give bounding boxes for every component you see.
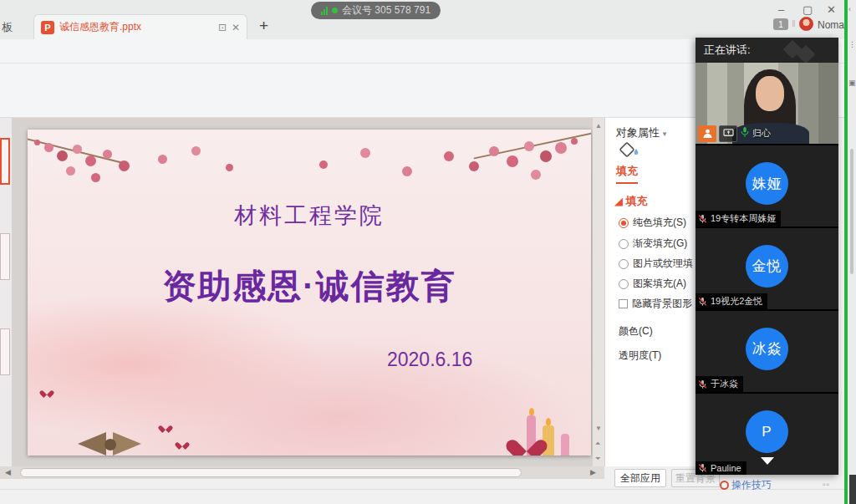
badge-divider: ‖ <box>792 18 796 28</box>
blossom-branch-left <box>28 138 121 164</box>
meeting-id-label: 会议号 305 578 791 <box>342 3 431 18</box>
transparency-label[interactable]: 透明度(T) <box>619 349 661 363</box>
show-more-participants-icon[interactable] <box>761 457 774 465</box>
blossoms-left <box>34 140 40 145</box>
participant-tile[interactable]: 金悦 19视光2金悦 <box>696 227 838 309</box>
scroll-left-icon[interactable]: ◀ <box>5 468 11 476</box>
participant-view-button[interactable] <box>698 125 716 142</box>
blossoms-right <box>571 138 578 145</box>
scroll-right-icon[interactable]: ▶ <box>590 468 596 476</box>
slide-canvas[interactable]: 材料工程学院 资助感恩·诚信教育 2020.6.16 <box>28 130 591 456</box>
participant-label: 于冰焱 <box>696 376 743 392</box>
tab-templates-partial[interactable]: 板 <box>2 20 13 35</box>
candles-decoration <box>501 380 576 456</box>
speaker-name: 归心 <box>752 127 771 140</box>
slide-thumbnail-3[interactable] <box>0 328 10 375</box>
bow-decoration <box>78 420 178 456</box>
window-tab-bar: 板 P 诚信感恩教育.pptx ⊡ ✕ + 会议号 305 578 791 – … <box>0 0 856 39</box>
screen-share-border <box>844 0 848 504</box>
blossom-branch-right <box>473 131 591 159</box>
mic-muted-icon <box>698 379 707 389</box>
clipboard-sidebar-icon[interactable]: ▣ <box>848 79 856 87</box>
color-label[interactable]: 颜色(C) <box>619 324 653 339</box>
wps-presentation-icon: P <box>41 21 54 34</box>
tips-icon <box>720 481 729 490</box>
picture-texture-fill-radio[interactable]: 图片或纹理填 <box>619 257 693 271</box>
participant-label: 19视光2金悦 <box>696 293 767 309</box>
taskbar-fragment <box>849 475 856 504</box>
maximize-button[interactable]: ▢ <box>802 3 813 16</box>
signal-bars-icon <box>321 7 328 15</box>
horizontal-scroll-thumb[interactable] <box>20 468 522 477</box>
apply-all-button[interactable]: 全部应用 <box>614 469 666 487</box>
document-tab[interactable]: P 诚信感恩教育.pptx ⊡ ✕ <box>33 14 247 39</box>
collapse-panel-chevron-icon[interactable]: ‹ <box>848 5 851 13</box>
hide-background-checkbox[interactable]: 隐藏背景图形 <box>619 297 692 311</box>
new-tab-button[interactable]: + <box>259 17 268 35</box>
slide-college-text[interactable]: 材料工程学院 <box>28 201 591 231</box>
slide-thumbnail-2[interactable] <box>0 233 10 280</box>
fill-section-header[interactable]: ◢ 填充 <box>614 194 648 209</box>
mic-muted-icon <box>698 463 707 473</box>
heart-decoration <box>514 431 539 454</box>
minimize-button[interactable]: – <box>778 3 784 16</box>
gradient-fill-radio[interactable]: 渐变填充(G) <box>619 237 687 251</box>
doc-count-badge[interactable]: 1 <box>773 18 788 30</box>
previous-slide-icon[interactable]: ⏶ <box>595 440 600 448</box>
slide-thumbnail-panel <box>0 118 12 466</box>
tips-link[interactable]: 操作技巧 <box>720 478 772 492</box>
close-tab-icon[interactable]: ✕ <box>232 22 240 33</box>
participant-tile[interactable]: 冰焱 于冰焱 <box>696 309 838 392</box>
present-mode-icon[interactable]: ⊡ <box>218 22 227 33</box>
fill-bucket-icon <box>619 140 640 160</box>
slide-date-text[interactable]: 2020.6.16 <box>387 349 472 371</box>
meeting-id-pill[interactable]: 会议号 305 578 791 <box>311 2 441 19</box>
solid-fill-radio[interactable]: 纯色填充(S) <box>619 216 686 230</box>
share-screen-icon[interactable] <box>719 125 737 142</box>
participant-avatar: P <box>746 410 788 453</box>
participant-avatar: 姝娅 <box>746 162 788 205</box>
close-window-button[interactable]: ✕ <box>827 3 836 16</box>
participant-avatar: 冰焱 <box>746 328 788 370</box>
meeting-panel: 正在讲话: 归心 姝娅 <box>696 38 838 475</box>
mic-muted-icon <box>698 297 707 307</box>
panel-scrollbar-thumb[interactable] <box>850 149 853 274</box>
meeting-live-dot <box>332 8 338 13</box>
view-switcher-icons[interactable]: ▫▫ <box>823 480 830 489</box>
slide-vertical-scrollbar[interactable] <box>593 118 604 466</box>
mic-on-icon[interactable] <box>740 126 750 140</box>
more-options-dots-icon[interactable]: ⋮ <box>848 40 856 48</box>
participant-tile[interactable]: 姝娅 19专转本周姝娅 <box>696 144 838 227</box>
meeting-speaking-header: 正在讲话: <box>696 38 838 63</box>
heart-decoration-left <box>43 388 52 395</box>
speaker-video[interactable]: 归心 <box>696 63 838 144</box>
fill-tab[interactable]: 填充 <box>616 164 638 184</box>
mic-muted-icon <box>698 214 707 224</box>
pattern-fill-radio[interactable]: 图案填充(A) <box>619 277 686 291</box>
screen: 板 P 诚信感恩教育.pptx ⊡ ✕ + 会议号 305 578 791 – … <box>0 0 856 504</box>
participant-avatar: 金悦 <box>746 245 788 288</box>
next-slide-icon[interactable]: ⏷ <box>595 455 600 463</box>
slide-thumbnail-1[interactable] <box>0 138 10 185</box>
user-avatar[interactable] <box>799 17 813 31</box>
document-tab-title: 诚信感恩教育.pptx <box>59 20 213 34</box>
object-properties-title[interactable]: 对象属性 ▾ <box>616 125 666 140</box>
scroll-down-icon[interactable]: ▼ <box>595 425 602 432</box>
participant-label: 19专转本周姝娅 <box>696 211 781 227</box>
slide-main-title[interactable]: 资助感恩·诚信教育 <box>28 263 591 309</box>
speaker-controls: 归心 <box>696 123 771 144</box>
participant-label: Pauline <box>696 461 746 475</box>
scroll-up-icon[interactable]: ▲ <box>595 122 602 130</box>
